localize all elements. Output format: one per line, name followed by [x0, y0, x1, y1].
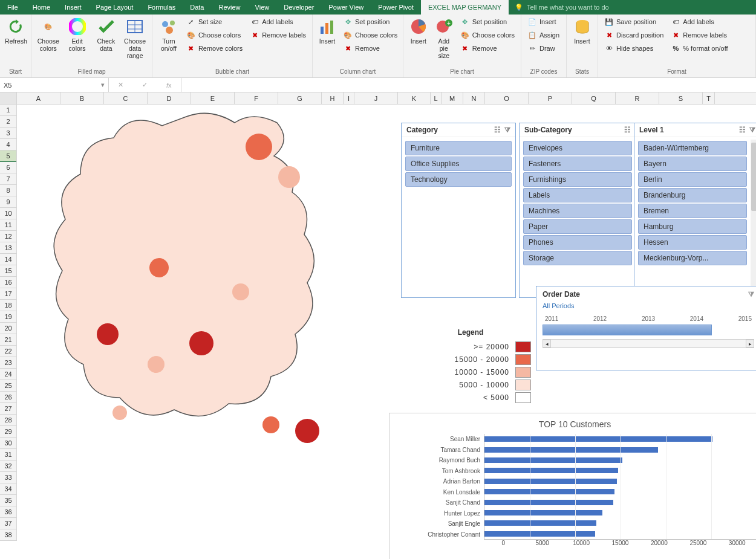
row-header[interactable]: 31	[0, 449, 16, 460]
slicer-sub-category[interactable]: Sub-Category ☷⧩ EnvelopesFastenersFurnis…	[519, 123, 646, 298]
tab-developer[interactable]: Developer	[276, 0, 321, 15]
chevron-down-icon[interactable]: ▾	[101, 81, 105, 89]
pie-remove-button[interactable]: ✖Remove	[458, 42, 517, 54]
col-header[interactable]: H	[322, 92, 344, 104]
tab-review[interactable]: Review	[211, 0, 247, 15]
fx-icon[interactable]: fx	[166, 82, 172, 89]
slicer-item[interactable]: Furniture	[405, 141, 512, 155]
slicer-level1[interactable]: Level 1 ☷⧩ Baden-WürttembergBayernBerlin…	[634, 123, 756, 298]
row-header[interactable]: 30	[0, 438, 16, 449]
tab-excel-map-germany[interactable]: EXCEL MAP GERMANY	[421, 0, 509, 15]
pie-insert-button[interactable]: Insert	[407, 16, 430, 46]
clear-filter-icon[interactable]: ⧩	[748, 290, 754, 299]
tell-me[interactable]: 💡 Tell me what you want to do	[509, 0, 615, 15]
multi-select-icon[interactable]: ☷	[494, 126, 501, 134]
tab-data[interactable]: Data	[183, 0, 211, 15]
multi-select-icon[interactable]: ☷	[739, 126, 746, 134]
row-header[interactable]: 32	[0, 460, 16, 472]
tab-view[interactable]: View	[248, 0, 277, 15]
column-insert-button[interactable]: Insert	[316, 16, 338, 46]
scroll-left-icon[interactable]: ◂	[543, 340, 551, 347]
row-header[interactable]: 28	[0, 415, 16, 426]
scroll-right-icon[interactable]: ▸	[746, 340, 754, 347]
row-header[interactable]: 4	[0, 139, 16, 150]
slicer-item[interactable]: Baden-Württemberg	[638, 141, 747, 155]
slicer-category[interactable]: Category ☷⧩ FurnitureOffice SuppliesTech…	[401, 123, 516, 298]
enter-icon[interactable]: ✓	[142, 81, 148, 89]
col-header[interactable]: F	[235, 92, 278, 104]
zip-draw-button[interactable]: ✏Draw	[525, 42, 562, 54]
row-header[interactable]: 6	[0, 162, 16, 173]
bubble-colors-button[interactable]: 🎨Choose colors	[184, 29, 245, 41]
slicer-item[interactable]: Phones	[523, 235, 632, 250]
timeline-year[interactable]: 2011	[545, 315, 558, 322]
timeline-order-date[interactable]: Order Date ⧩ All Periods 201120122013201…	[536, 286, 756, 370]
slicer-item[interactable]: Technology	[405, 172, 512, 187]
col-header[interactable]: M	[442, 92, 463, 104]
col-remove-button[interactable]: ✖Remove	[341, 42, 400, 54]
slicer-item[interactable]: Furnishings	[523, 172, 632, 187]
row-header[interactable]: 7	[0, 173, 16, 185]
slicer-item[interactable]: Brandenburg	[638, 188, 747, 202]
row-header[interactable]: 10	[0, 208, 16, 219]
tab-power-view[interactable]: Power View	[321, 0, 371, 15]
slicer-item[interactable]: Storage	[523, 251, 632, 265]
col-header[interactable]: C	[104, 92, 148, 104]
fmt-add-labels-button[interactable]: 🏷Add labels	[668, 16, 730, 28]
timeline-year[interactable]: 2013	[642, 315, 655, 322]
tab-power-pivot[interactable]: Power Pivot	[371, 0, 421, 15]
cancel-icon[interactable]: ✕	[118, 81, 123, 89]
tab-page-layout[interactable]: Page Layout	[89, 0, 141, 15]
col-set-position-button[interactable]: ✥Set position	[341, 16, 400, 28]
stats-insert-button[interactable]: Insert	[570, 16, 594, 46]
slicer-item[interactable]: Bremen	[638, 204, 747, 218]
add-labels-button[interactable]: 🏷Add labels	[247, 16, 308, 28]
pie-colors-button[interactable]: 🎨Choose colors	[458, 29, 517, 41]
slicer-item[interactable]: Machines	[523, 204, 632, 218]
remove-colors-button[interactable]: ✖Remove colors	[184, 42, 245, 54]
col-header[interactable]: N	[463, 92, 485, 104]
tab-file[interactable]: File	[0, 0, 25, 15]
choose-colors-button[interactable]: 🎨Choose colors	[35, 16, 62, 53]
zip-insert-button[interactable]: 📄Insert	[525, 16, 562, 28]
bubble-toggle-button[interactable]: Turn on/off	[156, 16, 181, 53]
row-header[interactable]: 36	[0, 506, 16, 518]
col-header[interactable]: I	[344, 92, 354, 104]
row-header[interactable]: 22	[0, 346, 16, 357]
row-header[interactable]: 24	[0, 369, 16, 380]
set-size-button[interactable]: ⤢Set size	[184, 16, 245, 28]
row-header[interactable]: 15	[0, 265, 16, 277]
row-header[interactable]: 14	[0, 254, 16, 265]
row-header[interactable]: 38	[0, 529, 16, 541]
tab-formulas[interactable]: Formulas	[140, 0, 183, 15]
row-header[interactable]: 35	[0, 495, 16, 506]
col-colors-button[interactable]: 🎨Choose colors	[341, 29, 400, 41]
col-header[interactable]: G	[278, 92, 322, 104]
timeline-year[interactable]: 2012	[593, 315, 607, 322]
slicer-item[interactable]: Fasteners	[523, 157, 632, 171]
pie-position-button[interactable]: ✥Set position	[458, 16, 517, 28]
col-header[interactable]: Q	[572, 92, 616, 104]
formula-input[interactable]	[181, 78, 756, 92]
timeline-year[interactable]: 2015	[738, 315, 752, 322]
check-data-button[interactable]: Check data	[93, 16, 120, 53]
slicer-item[interactable]: Hessen	[638, 235, 747, 250]
hide-shapes-button[interactable]: 👁Hide shapes	[602, 42, 666, 54]
choose-range-button[interactable]: Choose data range	[122, 16, 148, 60]
clear-filter-icon[interactable]: ⧩	[504, 126, 510, 134]
row-header[interactable]: 3	[0, 128, 16, 139]
discard-pos-button[interactable]: ✖Discard position	[602, 29, 666, 41]
row-header[interactable]: 37	[0, 518, 16, 529]
row-header[interactable]: 12	[0, 231, 16, 242]
remove-labels-button[interactable]: ✖Remove labels	[247, 29, 308, 41]
tab-home[interactable]: Home	[25, 0, 57, 15]
row-header[interactable]: 16	[0, 277, 16, 288]
row-header[interactable]: 8	[0, 185, 16, 196]
slicer-item[interactable]: Berlin	[638, 172, 747, 187]
col-header[interactable]: E	[191, 92, 235, 104]
row-header[interactable]: 11	[0, 219, 16, 231]
clear-filter-icon[interactable]: ⧩	[749, 126, 755, 134]
col-header[interactable]: O	[485, 92, 529, 104]
pct-format-button[interactable]: %% format on/off	[668, 42, 730, 54]
tab-insert[interactable]: Insert	[57, 0, 89, 15]
